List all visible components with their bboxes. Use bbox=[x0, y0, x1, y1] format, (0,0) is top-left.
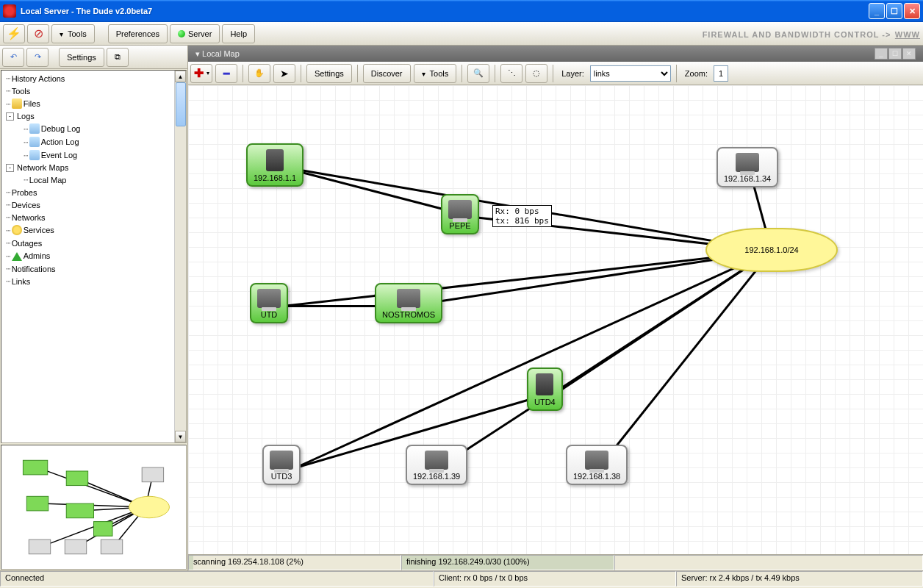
scroll-up-button[interactable]: ▲ bbox=[175, 71, 186, 82]
sidebar-toolbar: ↶ ↷ Settings ⧉ bbox=[0, 46, 187, 69]
tree-item[interactable]: ⋯History Actions bbox=[3, 72, 184, 85]
device-node[interactable]: PEPE bbox=[441, 194, 479, 234]
tree-item[interactable]: ⋯Links bbox=[3, 275, 184, 287]
tree-item[interactable]: ⋯Services bbox=[3, 223, 184, 237]
minimize-button[interactable]: _ bbox=[869, 3, 885, 19]
network-link[interactable] bbox=[295, 250, 772, 469]
node-label: 192.168.1.38 bbox=[573, 472, 620, 481]
computer-icon bbox=[448, 200, 472, 219]
tree-item[interactable]: ⋯Event Log bbox=[3, 148, 184, 162]
find-button[interactable]: 🔍 bbox=[467, 64, 489, 83]
link-traffic-label: Rx: 0 bps tx: 816 bps bbox=[492, 205, 552, 227]
svg-rect-15 bbox=[29, 539, 50, 554]
status-server: Server: rx 2.4 kbps / tx 4.49 kbps bbox=[676, 571, 923, 587]
progress-bar-row: scanning 169.254.18.108 (2%) finishing 1… bbox=[188, 554, 923, 570]
server-button[interactable]: Server bbox=[170, 24, 220, 43]
tree-item[interactable]: ⋯Notifications bbox=[3, 262, 184, 275]
device-node[interactable]: 192.168.1.39 bbox=[406, 445, 467, 485]
maximize-button[interactable]: ☐ bbox=[886, 3, 902, 19]
svg-rect-14 bbox=[94, 522, 112, 537]
scroll-down-button[interactable]: ▼ bbox=[175, 431, 186, 442]
disabled-icon: ⊘ bbox=[34, 26, 43, 40]
minimap[interactable] bbox=[1, 445, 187, 570]
tree-item[interactable]: ⋯Probes bbox=[3, 186, 184, 198]
device-node[interactable]: UTD bbox=[250, 283, 288, 323]
map-tools-menu[interactable]: Tools bbox=[414, 64, 457, 83]
undo-icon: ↶ bbox=[10, 52, 17, 62]
pan-button[interactable]: ✋ bbox=[248, 64, 270, 83]
node-label: UTD bbox=[257, 310, 281, 319]
close-button[interactable]: ✕ bbox=[904, 3, 920, 19]
tree-item[interactable]: ⋯Admins bbox=[3, 249, 184, 262]
tree-item[interactable]: ⋯Tools bbox=[3, 85, 184, 97]
tools-menu[interactable]: Tools bbox=[51, 24, 95, 43]
redo-icon: ↷ bbox=[35, 52, 41, 62]
discover-button[interactable]: Discover bbox=[363, 64, 411, 83]
svg-rect-16 bbox=[65, 539, 86, 554]
disconnect-button[interactable]: ⊘ bbox=[27, 24, 49, 43]
pointer-icon: ➤ bbox=[280, 68, 289, 79]
tree-item[interactable]: ⋯Files bbox=[3, 97, 184, 110]
hand-icon: ✋ bbox=[254, 68, 265, 78]
tree-item[interactable]: ⋯Networks bbox=[3, 211, 184, 223]
sidebar-settings-button[interactable]: Settings bbox=[59, 48, 104, 67]
select-button[interactable]: ➤ bbox=[273, 64, 295, 83]
undo-button[interactable]: ↶ bbox=[2, 48, 24, 67]
network-link[interactable] bbox=[598, 251, 772, 469]
node-label: UTD3 bbox=[270, 472, 293, 481]
map-settings-button[interactable]: Settings bbox=[306, 64, 352, 83]
device-node[interactable]: UTD3 bbox=[262, 445, 301, 485]
panel-max-button[interactable]: ☐ bbox=[888, 48, 902, 60]
node-label: NOSTROMOS bbox=[382, 310, 435, 319]
panel-min-button[interactable]: _ bbox=[874, 48, 888, 60]
preferences-button[interactable]: Preferences bbox=[108, 24, 168, 43]
router-icon bbox=[536, 373, 553, 395]
computer-icon bbox=[736, 153, 759, 172]
mode1-button[interactable]: ⋱ bbox=[500, 64, 522, 83]
tree-scrollbar[interactable]: ▲ ▼ bbox=[174, 71, 186, 442]
help-button[interactable]: Help bbox=[222, 24, 255, 43]
tree-item[interactable]: -Network Maps bbox=[3, 162, 184, 173]
node-label: 192.168.1.34 bbox=[724, 174, 771, 183]
tree-view[interactable]: ▲ ▼ ⋯History Actions⋯Tools⋯Files-Logs⋯De… bbox=[1, 70, 187, 443]
zoom-label: Zoom: bbox=[682, 69, 711, 78]
log-icon bbox=[29, 123, 40, 134]
sidebar: ↶ ↷ Settings ⧉ ▲ ▼ ⋯History Actions⋯Tool… bbox=[0, 46, 188, 570]
tree-item[interactable]: ⋯Outages bbox=[3, 237, 184, 249]
add-button[interactable]: ✚▾ bbox=[190, 64, 212, 83]
device-node[interactable]: 192.168.1.38 bbox=[566, 445, 628, 485]
content-area: Local Map _ ☐ ✕ ✚▾ ━ ✋ ➤ Settings Discov… bbox=[188, 46, 923, 570]
status-connection: Connected bbox=[0, 571, 434, 587]
router-icon bbox=[266, 149, 284, 171]
remove-button[interactable]: ━ bbox=[215, 64, 237, 83]
network-cloud[interactable]: 192.168.1.0/24 bbox=[705, 228, 838, 272]
device-node[interactable]: NOSTROMOS bbox=[375, 283, 442, 323]
svg-rect-13 bbox=[66, 503, 93, 518]
zoom-input[interactable] bbox=[714, 65, 728, 82]
ad-banner[interactable]: Firewall and Bandwidth control -> www bbox=[703, 27, 920, 40]
redo-button[interactable]: ↷ bbox=[26, 48, 49, 67]
tree-item[interactable]: ⋯Action Log bbox=[3, 135, 184, 148]
layer-select[interactable]: links bbox=[590, 65, 671, 82]
svg-rect-17 bbox=[101, 539, 122, 554]
binoculars-icon: 🔍 bbox=[473, 68, 484, 78]
tree-item[interactable]: ⋯Debug Log bbox=[3, 122, 184, 135]
status-dot-icon bbox=[178, 30, 185, 37]
map-tab-title[interactable]: Local Map bbox=[195, 49, 240, 59]
tree-item[interactable]: ⋯Local Map bbox=[3, 173, 184, 186]
panel-close-button[interactable]: ✕ bbox=[902, 48, 916, 60]
tree-item[interactable]: -Logs bbox=[3, 110, 184, 122]
svg-line-0 bbox=[37, 467, 146, 507]
network-canvas[interactable]: Rx: 0 bps tx: 816 bps 192.168.1.0/24 192… bbox=[188, 85, 923, 554]
scroll-thumb[interactable] bbox=[176, 82, 186, 126]
device-node[interactable]: 192.168.1.1 bbox=[246, 143, 304, 187]
tree-item[interactable]: ⋯Devices bbox=[3, 198, 184, 211]
connect-button[interactable]: ⚡ bbox=[3, 24, 25, 43]
window-icon: ⧉ bbox=[115, 52, 121, 62]
sidebar-extra-button[interactable]: ⧉ bbox=[107, 48, 129, 67]
folder-icon bbox=[12, 98, 22, 109]
device-node[interactable]: UTD4 bbox=[527, 368, 563, 411]
mode2-button[interactable]: ◌ bbox=[525, 64, 547, 83]
device-node[interactable]: 192.168.1.34 bbox=[717, 147, 778, 187]
minus-icon: ━ bbox=[223, 68, 229, 79]
